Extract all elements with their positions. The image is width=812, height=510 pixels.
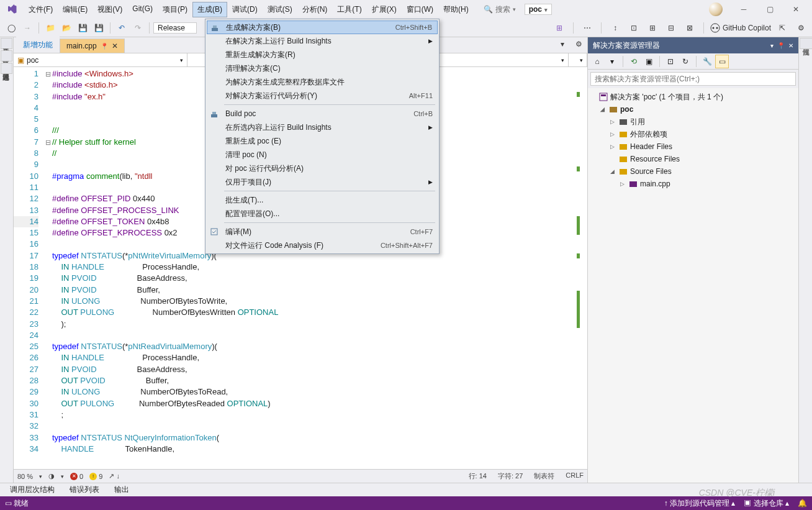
- indent-mode[interactable]: 制表符: [534, 471, 554, 481]
- menu-5[interactable]: 生成(B): [192, 2, 227, 17]
- toolbar-icon-5[interactable]: ⊞: [645, 20, 660, 35]
- minimize-button[interactable]: ─: [731, 1, 756, 17]
- notifications-icon[interactable]: 🔔: [798, 499, 807, 508]
- menu-item[interactable]: 仅用于项目(J)▶: [207, 175, 438, 189]
- tree-item[interactable]: ◢Source Files: [588, 165, 798, 178]
- tab-main-cpp[interactable]: main.cpp 📍 ✕: [60, 39, 125, 53]
- toolbar-combo-icon[interactable]: ▾: [605, 55, 619, 68]
- menu-8[interactable]: 分析(N): [297, 2, 333, 17]
- show-all-icon[interactable]: ⊡: [664, 55, 677, 68]
- tab-settings-icon[interactable]: ⚙: [571, 37, 586, 52]
- menu-6[interactable]: 调试(D): [227, 2, 263, 17]
- right-rail-tab[interactable]: 属性: [800, 38, 812, 49]
- sync-icon[interactable]: ⟲: [627, 55, 641, 68]
- settings-gear-icon[interactable]: ⚙: [793, 20, 808, 35]
- menu-item[interactable]: 重新生成解决方案(R): [207, 48, 438, 61]
- tree-item[interactable]: ▷引用: [588, 116, 798, 128]
- bottom-tab[interactable]: 错误列表: [63, 483, 106, 496]
- undo-icon[interactable]: ↶: [114, 20, 129, 35]
- nav-scope-combo[interactable]: ▣poc▾: [14, 53, 187, 66]
- menu-item[interactable]: 批生成(T)...: [207, 193, 438, 207]
- menu-item[interactable]: 编译(M)Ctrl+F7: [207, 225, 438, 239]
- toolbar-icon-4[interactable]: ⊡: [626, 20, 641, 35]
- zoom-level[interactable]: 80 %: [17, 473, 33, 480]
- redo-icon[interactable]: ↷: [130, 20, 145, 35]
- panel-pin-icon[interactable]: 📍: [777, 42, 785, 49]
- open-icon[interactable]: 📂: [59, 20, 74, 35]
- menu-item[interactable]: 对 poc 运行代码分析(A): [207, 162, 438, 175]
- filter-icon[interactable]: ▣: [642, 55, 656, 68]
- nav-back-icon[interactable]: ◯: [4, 20, 19, 35]
- pin-icon[interactable]: 📍: [101, 43, 108, 50]
- menu-item[interactable]: 生成解决方案(B)Ctrl+Shift+B: [207, 20, 438, 34]
- messages-icon[interactable]: ↗ ↓: [109, 472, 120, 480]
- line-ending[interactable]: CRLF: [566, 471, 584, 481]
- toolbar-icon-2[interactable]: ⋯: [580, 20, 595, 35]
- bottom-tab[interactable]: 调用层次结构: [4, 483, 61, 496]
- toolbar-icon-1[interactable]: ⊞: [552, 20, 567, 35]
- menu-1[interactable]: 编辑(E): [58, 2, 92, 17]
- menu-12[interactable]: 帮助(H): [438, 2, 474, 17]
- tab-new-features[interactable]: 新增功能: [16, 37, 60, 53]
- share-icon[interactable]: ⇱: [775, 20, 790, 35]
- home-icon[interactable]: ⌂: [590, 55, 604, 68]
- preview-icon[interactable]: ▭: [715, 55, 729, 68]
- fold-gutter[interactable]: ⊟⊟: [43, 67, 52, 469]
- toolbar-icon-6[interactable]: ⊟: [664, 20, 679, 35]
- close-tab-icon[interactable]: ✕: [112, 42, 118, 50]
- menu-item[interactable]: 为解决方案生成完整程序数据库文件: [207, 75, 438, 89]
- menu-3[interactable]: Git(G): [127, 2, 158, 17]
- menu-item[interactable]: 清理 poc (N): [207, 148, 438, 162]
- solution-tree[interactable]: 解决方案 'poc' (1 个项目，共 1 个) ◢poc▷引用▷外部依赖项▷H…: [588, 88, 798, 483]
- save-icon[interactable]: 💾: [75, 20, 90, 35]
- error-count[interactable]: ✕0: [70, 473, 83, 480]
- menu-item[interactable]: 重新生成 poc (E): [207, 134, 438, 148]
- menu-11[interactable]: 窗口(W): [402, 2, 438, 17]
- menu-7[interactable]: 测试(S): [263, 2, 297, 17]
- menu-item[interactable]: 清理解决方案(C): [207, 61, 438, 75]
- menu-item[interactable]: 配置管理器(O)...: [207, 207, 438, 221]
- menu-9[interactable]: 工具(T): [332, 2, 366, 17]
- toolbar-icon-3[interactable]: ↕: [608, 20, 623, 35]
- menu-4[interactable]: 项目(P): [158, 2, 192, 17]
- left-rail-tab[interactable]: 工具箱: [1, 38, 12, 49]
- left-rail-tab[interactable]: 交互式设计: [1, 50, 12, 61]
- solution-root[interactable]: 解决方案 'poc' (1 个项目，共 1 个): [588, 91, 798, 103]
- menu-item[interactable]: 在所选内容上运行 Build Insights▶: [207, 121, 438, 134]
- nav-member-combo[interactable]: ▾: [569, 53, 587, 66]
- maximize-button[interactable]: ▢: [757, 1, 782, 17]
- toolbar-icon-7[interactable]: ⊠: [682, 20, 697, 35]
- project-badge[interactable]: poc▾: [525, 4, 552, 15]
- add-to-source-control[interactable]: ↑ 添加到源代码管理 ▴: [664, 498, 736, 509]
- tree-item[interactable]: ▷main.cpp: [588, 178, 798, 190]
- tree-item[interactable]: Resource Files: [588, 153, 798, 165]
- menu-item[interactable]: 对文件运行 Code Analysis (F)Ctrl+Shift+Alt+F7: [207, 239, 438, 252]
- properties-icon[interactable]: 🔧: [700, 55, 714, 68]
- menu-item[interactable]: 在解决方案上运行 Build Insights▶: [207, 34, 438, 48]
- menu-0[interactable]: 文件(F): [24, 2, 58, 17]
- menu-10[interactable]: 扩展(X): [367, 2, 402, 17]
- tree-item[interactable]: ▷外部依赖项: [588, 128, 798, 140]
- warning-count[interactable]: !9: [89, 473, 102, 480]
- menu-item[interactable]: Build pocCtrl+B: [207, 107, 438, 121]
- tab-dropdown-icon[interactable]: ▾: [555, 37, 570, 52]
- refresh-icon[interactable]: ↻: [679, 55, 692, 68]
- user-avatar[interactable]: [709, 2, 723, 16]
- save-all-icon[interactable]: 💾: [91, 20, 106, 35]
- menu-2[interactable]: 视图(V): [92, 2, 127, 17]
- panel-close-icon[interactable]: ✕: [788, 42, 793, 49]
- close-button[interactable]: ✕: [783, 1, 808, 17]
- menu-item[interactable]: 对解决方案运行代码分析(Y)Alt+F11: [207, 89, 438, 102]
- quick-search[interactable]: 🔍 搜索 ▾: [480, 3, 520, 16]
- select-repo[interactable]: ▣ 选择仓库 ▴: [744, 498, 789, 509]
- left-rail-tab[interactable]: 通风管理器: [1, 63, 12, 74]
- github-copilot-button[interactable]: GitHub Copilot: [710, 23, 771, 33]
- tree-item[interactable]: ◢poc: [588, 103, 798, 116]
- solution-search-input[interactable]: [590, 72, 796, 86]
- new-project-icon[interactable]: 📁: [43, 20, 58, 35]
- tree-item[interactable]: ▷Header Files: [588, 140, 798, 153]
- panel-dropdown-icon[interactable]: ▾: [770, 42, 774, 49]
- config-select[interactable]: Release: [153, 22, 197, 34]
- bottom-tab[interactable]: 输出: [108, 483, 135, 496]
- nav-fwd-icon[interactable]: →: [20, 20, 35, 35]
